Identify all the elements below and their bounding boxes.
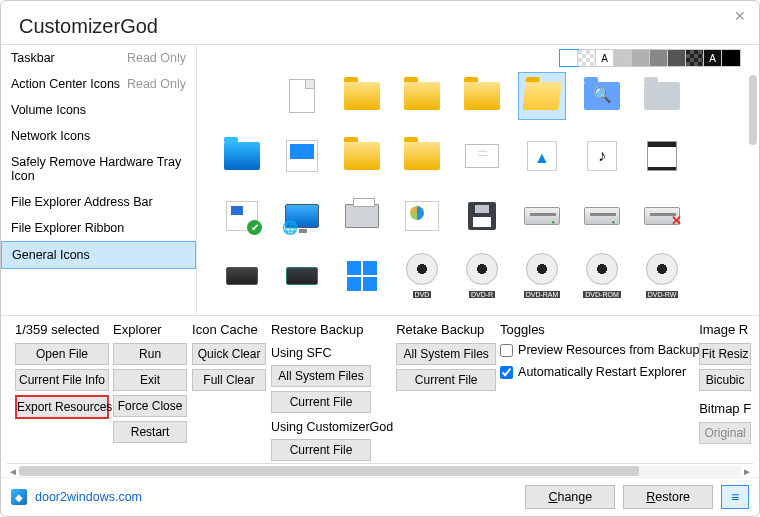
close-icon[interactable]: ✕ (734, 8, 746, 24)
icon-search-folder[interactable] (579, 73, 625, 119)
swatch-checker-light[interactable] (578, 50, 596, 66)
icon-music[interactable] (579, 133, 625, 179)
scroll-left-icon[interactable]: ◄ (7, 464, 19, 478)
scroll-thumb[interactable] (19, 466, 639, 476)
icon-programs[interactable] (399, 193, 445, 239)
auto-restart-checkbox[interactable] (500, 366, 513, 379)
icon-dvd[interactable]: DVD (399, 253, 445, 299)
menu-icon[interactable]: ≡ (721, 485, 749, 509)
readonly-tag: Read Only (127, 51, 186, 65)
fit-resize-button[interactable]: Fit Resiz (699, 343, 751, 365)
icon-dvd-rom[interactable]: DVD-ROM (579, 253, 625, 299)
sidebar-item-label: Volume Icons (11, 103, 86, 117)
open-file-button[interactable]: Open File (15, 343, 109, 365)
restore-current-sfc-button[interactable]: Current File (271, 391, 371, 413)
vertical-scrollbar[interactable] (749, 75, 757, 145)
icon-drive[interactable] (519, 193, 565, 239)
icon-panel-check[interactable] (219, 193, 265, 239)
swatch-grey4[interactable] (668, 50, 686, 66)
current-file-info-button[interactable]: Current File Info (15, 369, 109, 391)
sidebar-item-label: File Explorer Ribbon (11, 221, 124, 235)
swatch-checker-dark[interactable] (686, 50, 704, 66)
sidebar-item-general-icons[interactable]: General Icons (1, 241, 196, 269)
group-restore-backup: Restore Backup Using SFC All System File… (271, 322, 388, 461)
scroll-right-icon[interactable]: ► (741, 464, 753, 478)
full-clear-button[interactable]: Full Clear (192, 369, 266, 391)
sidebar-item-network[interactable]: Network Icons (1, 123, 196, 149)
restore-button[interactable]: Restore (623, 485, 713, 509)
icon-blank-document[interactable] (279, 73, 325, 119)
original-button[interactable]: Original (699, 422, 751, 444)
icon-dvd-rw[interactable]: DVD-RW (639, 253, 685, 299)
icon-drive[interactable] (219, 313, 265, 315)
selection-count: 1/359 selected (15, 322, 105, 337)
swatch-grey3[interactable] (650, 50, 668, 66)
icon-folder[interactable] (459, 73, 505, 119)
group-title: Icon Cache (192, 322, 263, 337)
icon-dark-drive[interactable] (219, 253, 265, 299)
icon-blue-folder[interactable] (219, 133, 265, 179)
icon-empty[interactable] (219, 73, 265, 119)
preview-backup-checkbox[interactable] (500, 344, 513, 357)
sidebar-item-label: General Icons (12, 248, 90, 262)
quick-clear-button[interactable]: Quick Clear (192, 343, 266, 365)
icon-mail[interactable] (459, 133, 505, 179)
group-retake-backup: Retake Backup All System Files Current F… (396, 322, 492, 391)
restore-all-sfc-button[interactable]: All System Files (271, 365, 371, 387)
group-title: Explorer (113, 322, 184, 337)
force-close-button[interactable]: Force Close (113, 395, 187, 417)
sidebar-item-action-center[interactable]: Action Center IconsRead Only (1, 71, 196, 97)
icon-folder-open[interactable] (519, 73, 565, 119)
icon-folder[interactable] (399, 73, 445, 119)
sidebar-item-label: Taskbar (11, 51, 55, 65)
icon-window[interactable] (279, 133, 325, 179)
exit-button[interactable]: Exit (113, 369, 187, 391)
horizontal-scrollbar[interactable]: ◄ ► (7, 463, 753, 477)
icon-dvd-r[interactable]: DVD-R (459, 253, 505, 299)
change-button[interactable]: Change (525, 485, 615, 509)
preview-backup-toggle[interactable]: Preview Resources from Backup (500, 343, 691, 357)
retake-all-button[interactable]: All System Files (396, 343, 496, 365)
background-swatches[interactable]: A A (559, 49, 741, 67)
icon-windows-logo[interactable] (339, 253, 385, 299)
icon-folder[interactable] (339, 133, 385, 179)
restore-current-cg-button[interactable]: Current File (271, 439, 371, 461)
icon-gray-folder[interactable] (639, 73, 685, 119)
icon-drive[interactable] (279, 313, 325, 315)
group-explorer: Explorer Run Exit Force Close Restart (113, 322, 184, 443)
bicubic-button[interactable]: Bicubic (699, 369, 751, 391)
sidebar-item-ribbon[interactable]: File Explorer Ribbon (1, 215, 196, 241)
restart-button[interactable]: Restart (113, 421, 187, 443)
sidebar-item-label: Safely Remove Hardware Tray Icon (11, 155, 186, 183)
export-resources-button[interactable]: Export Resources (15, 395, 109, 419)
icon-drive[interactable] (579, 193, 625, 239)
run-button[interactable]: Run (113, 343, 187, 365)
swatch-grey1[interactable] (614, 50, 632, 66)
sidebar-item-label: File Explorer Address Bar (11, 195, 153, 209)
icon-video[interactable] (639, 133, 685, 179)
sidebar-item-volume[interactable]: Volume Icons (1, 97, 196, 123)
retake-current-button[interactable]: Current File (396, 369, 496, 391)
swatch-white[interactable] (560, 50, 578, 66)
auto-restart-toggle[interactable]: Automatically Restart Explorer (500, 365, 691, 379)
icon-picture[interactable] (519, 133, 565, 179)
category-sidebar[interactable]: TaskbarRead Only Action Center IconsRead… (1, 45, 197, 315)
icon-network-monitor[interactable] (279, 193, 325, 239)
website-link[interactable]: door2windows.com (35, 490, 142, 504)
sidebar-item-taskbar[interactable]: TaskbarRead Only (1, 45, 196, 71)
swatch-text-light[interactable]: A (596, 50, 614, 66)
swatch-black[interactable] (722, 50, 740, 66)
icon-dark-drive[interactable] (279, 253, 325, 299)
swatch-grey2[interactable] (632, 50, 650, 66)
swatch-text-dark[interactable]: A (704, 50, 722, 66)
icon-folder[interactable] (339, 73, 385, 119)
icon-drive-error[interactable] (639, 193, 685, 239)
group-image-resize: Image R Fit Resiz Bicubic Bitmap F Origi… (699, 322, 749, 444)
sidebar-item-safely-remove[interactable]: Safely Remove Hardware Tray Icon (1, 149, 196, 189)
icon-dvd-ram[interactable]: DVD-RAM (519, 253, 565, 299)
icon-printer[interactable] (339, 193, 385, 239)
icon-folder[interactable] (399, 133, 445, 179)
icon-floppy[interactable] (459, 193, 505, 239)
group-toggles: Toggles Preview Resources from Backup Au… (500, 322, 691, 383)
sidebar-item-address-bar[interactable]: File Explorer Address Bar (1, 189, 196, 215)
